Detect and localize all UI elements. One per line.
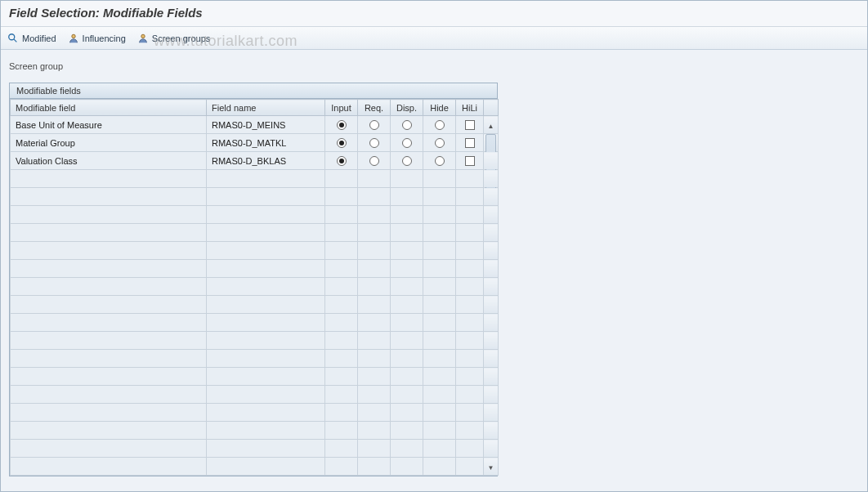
scroll-up-button[interactable]: ▲ xyxy=(484,116,499,134)
cell-modifiable-field[interactable] xyxy=(11,170,207,188)
disp-radio[interactable] xyxy=(402,156,412,166)
cell-disp xyxy=(391,332,423,350)
cell-input[interactable] xyxy=(325,134,358,152)
cell-field-name[interactable] xyxy=(207,440,325,458)
cell-field-name[interactable] xyxy=(207,368,325,386)
col-disp[interactable]: Disp. xyxy=(391,100,423,116)
cell-field-name[interactable] xyxy=(207,350,325,368)
content-area: Screen group Modifiable fields Modifiabl… xyxy=(1,50,867,491)
hide-radio[interactable] xyxy=(435,156,445,166)
cell-modifiable-field[interactable] xyxy=(11,368,207,386)
cell-field-name[interactable] xyxy=(207,422,325,440)
modified-button[interactable]: Modified xyxy=(7,33,56,44)
cell-modifiable-field[interactable]: Material Group xyxy=(11,134,207,152)
hili-checkbox[interactable] xyxy=(465,156,475,166)
req-radio[interactable] xyxy=(369,138,379,148)
cell-modifiable-field[interactable] xyxy=(11,224,207,242)
cell-disp xyxy=(391,440,423,458)
input-radio[interactable] xyxy=(337,120,347,130)
disp-radio[interactable] xyxy=(402,120,412,130)
cell-modifiable-field[interactable] xyxy=(11,386,207,404)
cell-modifiable-field[interactable] xyxy=(11,350,207,368)
cell-field-name[interactable] xyxy=(207,296,325,314)
cell-modifiable-field[interactable] xyxy=(11,440,207,458)
scroll-down-button[interactable]: ▼ xyxy=(484,458,499,476)
cell-modifiable-field[interactable] xyxy=(11,278,207,296)
col-req[interactable]: Req. xyxy=(358,100,391,116)
cell-req[interactable] xyxy=(358,134,391,152)
cell-modifiable-field[interactable] xyxy=(11,188,207,206)
cell-field-name[interactable] xyxy=(207,386,325,404)
person-icon xyxy=(137,33,149,44)
cell-field-name[interactable] xyxy=(207,314,325,332)
cell-hili xyxy=(456,260,484,278)
cell-modifiable-field[interactable] xyxy=(11,458,207,476)
cell-field-name[interactable]: RMAS0-D_MEINS xyxy=(207,116,325,134)
cell-modifiable-field[interactable] xyxy=(11,314,207,332)
cell-modifiable-field[interactable]: Valuation Class xyxy=(11,152,207,170)
cell-modifiable-field[interactable]: Base Unit of Measure xyxy=(11,116,207,134)
cell-field-name[interactable]: RMAS0-D_MATKL xyxy=(207,134,325,152)
page-title: Field Selection: Modifiable Fields xyxy=(9,6,859,20)
col-modifiable-field[interactable]: Modifiable field xyxy=(11,100,207,116)
req-radio[interactable] xyxy=(369,120,379,130)
cell-input[interactable] xyxy=(325,152,358,170)
cell-hide xyxy=(423,242,456,260)
cell-field-name[interactable] xyxy=(207,206,325,224)
cell-hide[interactable] xyxy=(423,152,456,170)
cell-field-name[interactable] xyxy=(207,404,325,422)
col-hili[interactable]: HiLi xyxy=(456,100,484,116)
cell-req[interactable] xyxy=(358,116,391,134)
cell-disp[interactable] xyxy=(391,134,423,152)
cell-field-name[interactable] xyxy=(207,260,325,278)
cell-hili xyxy=(456,224,484,242)
cell-field-name[interactable] xyxy=(207,170,325,188)
input-radio[interactable] xyxy=(337,156,347,166)
cell-field-name[interactable]: RMAS0-D_BKLAS xyxy=(207,152,325,170)
cell-hili[interactable] xyxy=(456,116,484,134)
cell-modifiable-field[interactable] xyxy=(11,404,207,422)
req-radio[interactable] xyxy=(369,156,379,166)
col-hide[interactable]: Hide xyxy=(423,100,456,116)
cell-input[interactable] xyxy=(325,116,358,134)
cell-hili[interactable] xyxy=(456,152,484,170)
cell-disp[interactable] xyxy=(391,152,423,170)
cell-req xyxy=(358,404,391,422)
cell-req[interactable] xyxy=(358,152,391,170)
table-row xyxy=(11,206,499,224)
cell-input xyxy=(325,350,358,368)
cell-modifiable-field[interactable] xyxy=(11,422,207,440)
screen-groups-button[interactable]: Screen groups xyxy=(137,33,211,44)
disp-radio[interactable] xyxy=(402,138,412,148)
cell-disp xyxy=(391,224,423,242)
table-row xyxy=(11,260,499,278)
cell-field-name[interactable] xyxy=(207,242,325,260)
cell-hide[interactable] xyxy=(423,116,456,134)
cell-modifiable-field[interactable] xyxy=(11,296,207,314)
cell-input xyxy=(325,386,358,404)
cell-disp[interactable] xyxy=(391,116,423,134)
hili-checkbox[interactable] xyxy=(465,138,475,148)
cell-field-name[interactable] xyxy=(207,278,325,296)
cell-input xyxy=(325,170,358,188)
cell-disp xyxy=(391,188,423,206)
cell-modifiable-field[interactable] xyxy=(11,206,207,224)
cell-field-name[interactable] xyxy=(207,224,325,242)
cell-modifiable-field[interactable] xyxy=(11,332,207,350)
table-row xyxy=(11,278,499,296)
influencing-button[interactable]: Influencing xyxy=(68,33,126,44)
hide-radio[interactable] xyxy=(435,138,445,148)
hili-checkbox[interactable] xyxy=(465,120,475,130)
col-input[interactable]: Input xyxy=(325,100,358,116)
cell-field-name[interactable] xyxy=(207,188,325,206)
cell-hili[interactable] xyxy=(456,134,484,152)
hide-radio[interactable] xyxy=(435,120,445,130)
cell-hide[interactable] xyxy=(423,134,456,152)
input-radio[interactable] xyxy=(337,138,347,148)
col-field-name[interactable]: Field name xyxy=(207,100,325,116)
cell-field-name[interactable] xyxy=(207,332,325,350)
cell-modifiable-field[interactable] xyxy=(11,260,207,278)
cell-modifiable-field[interactable] xyxy=(11,242,207,260)
cell-field-name[interactable] xyxy=(207,458,325,476)
cell-disp xyxy=(391,242,423,260)
